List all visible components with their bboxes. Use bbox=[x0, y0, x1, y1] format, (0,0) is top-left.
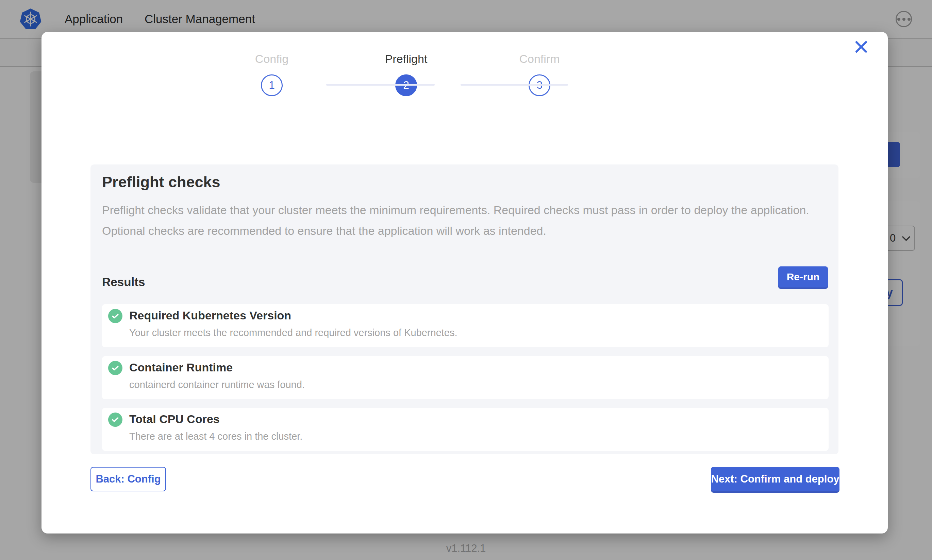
stepper-connector bbox=[326, 84, 435, 86]
step-label: Preflight bbox=[355, 52, 457, 66]
preflight-modal: Config 1 Preflight 2 Confirm 3 Preflight… bbox=[42, 32, 888, 534]
rerun-button[interactable]: Re-run bbox=[778, 266, 828, 288]
check-pass-icon bbox=[108, 412, 122, 427]
check-detail: There are at least 4 cores in the cluste… bbox=[129, 431, 302, 442]
step-circle-1[interactable]: 1 bbox=[261, 74, 283, 96]
check-pass-icon bbox=[108, 361, 122, 375]
check-title: Required Kubernetes Version bbox=[129, 309, 291, 322]
step-config: Config 1 bbox=[221, 52, 323, 96]
step-label: Config bbox=[221, 52, 323, 66]
check-detail: Your cluster meets the recommended and r… bbox=[129, 327, 457, 338]
page-title: Preflight checks bbox=[102, 173, 221, 191]
back-config-button[interactable]: Back: Config bbox=[91, 467, 166, 491]
step-preflight: Preflight 2 bbox=[355, 52, 457, 96]
results-heading: Results bbox=[102, 275, 145, 289]
preflight-check-row: Container Runtime containerd container r… bbox=[102, 356, 829, 399]
check-title: Container Runtime bbox=[129, 361, 233, 374]
check-pass-icon bbox=[108, 309, 122, 323]
step-label: Confirm bbox=[488, 52, 591, 66]
preflight-check-row: Required Kubernetes Version Your cluster… bbox=[102, 304, 829, 347]
preflight-check-row: Total CPU Cores There are at least 4 cor… bbox=[102, 408, 829, 451]
step-confirm: Confirm 3 bbox=[488, 52, 591, 96]
stepper-connector bbox=[461, 84, 568, 86]
close-icon[interactable] bbox=[852, 38, 870, 56]
check-title: Total CPU Cores bbox=[129, 412, 220, 426]
next-confirm-deploy-button[interactable]: Next: Confirm and deploy bbox=[711, 467, 839, 491]
preflight-description: Preflight checks validate that your clus… bbox=[102, 200, 825, 241]
preflight-panel: Preflight checks Preflight checks valida… bbox=[91, 165, 838, 454]
check-detail: containerd container runtime was found. bbox=[129, 379, 305, 391]
